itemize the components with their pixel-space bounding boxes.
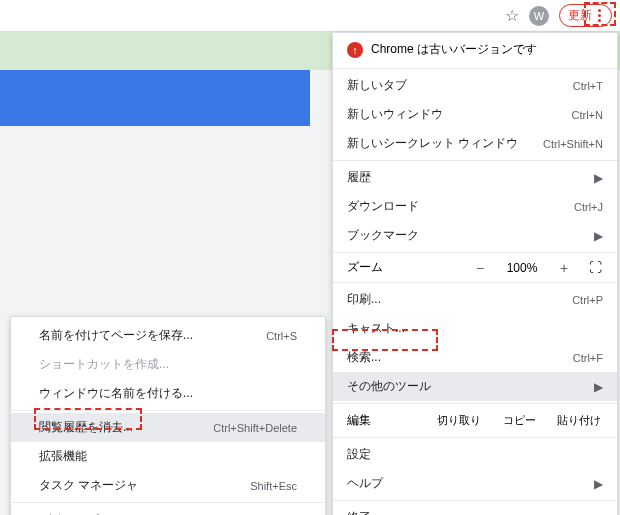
shortcut: Ctrl+Shift+Delete (213, 422, 297, 434)
menu-print[interactable]: 印刷... Ctrl+P (333, 285, 617, 314)
chevron-right-icon: ▶ (594, 380, 603, 394)
status-text: Chrome は古いバージョンです (371, 41, 537, 58)
separator (333, 403, 617, 404)
menu-more-tools[interactable]: その他のツール ▶ (333, 372, 617, 401)
sub-name-window[interactable]: ウィンドウに名前を付ける... (11, 379, 325, 408)
shortcut: Ctrl+J (574, 201, 603, 213)
update-status-row[interactable]: ↑ Chrome は古いバージョンです (333, 33, 617, 66)
highlight-more-tools (332, 329, 438, 351)
shortcut: Ctrl+N (572, 109, 603, 121)
label: 拡張機能 (39, 448, 87, 465)
copy-button[interactable]: コピー (489, 413, 549, 428)
menu-help[interactable]: ヘルプ ▶ (333, 469, 617, 498)
label: 新しいシークレット ウィンドウ (347, 135, 518, 152)
sub-task-manager[interactable]: タスク マネージャ Shift+Esc (11, 471, 325, 500)
chrome-menu: ↑ Chrome は古いバージョンです 新しいタブ Ctrl+T 新しいウィンド… (332, 32, 618, 515)
shortcut: Ctrl+T (573, 80, 603, 92)
fullscreen-icon[interactable]: ⛶ (581, 260, 609, 275)
menu-history[interactable]: 履歴 ▶ (333, 163, 617, 192)
label: 編集 (347, 412, 429, 429)
menu-bookmarks[interactable]: ブックマーク ▶ (333, 221, 617, 250)
label: ヘルプ (347, 475, 383, 492)
update-alert-icon: ↑ (347, 42, 363, 58)
label: 新しいタブ (347, 77, 407, 94)
label: ダウンロード (347, 198, 419, 215)
chevron-right-icon: ▶ (594, 171, 603, 185)
menu-new-window[interactable]: 新しいウィンドウ Ctrl+N (333, 100, 617, 129)
separator (333, 282, 617, 283)
menu-exit[interactable]: 終了 (333, 503, 617, 515)
avatar-letter: W (534, 10, 544, 22)
menu-settings[interactable]: 設定 (333, 440, 617, 469)
label: タスク マネージャ (39, 477, 138, 494)
shortcut: Shift+Esc (250, 480, 297, 492)
label: 新しいウィンドウ (347, 106, 443, 123)
label: ウィンドウに名前を付ける... (39, 385, 193, 402)
menu-new-incognito[interactable]: 新しいシークレット ウィンドウ Ctrl+Shift+N (333, 129, 617, 158)
label: デベロッパー ツール (39, 511, 150, 515)
label: 名前を付けてページを保存... (39, 327, 193, 344)
separator (333, 500, 617, 501)
sub-create-shortcut[interactable]: ショートカットを作成... (11, 350, 325, 379)
page-header-bg (0, 70, 310, 126)
sub-dev-tools[interactable]: デベロッパー ツール Ctrl+Shift+I (11, 505, 325, 515)
label: 検索... (347, 349, 381, 366)
zoom-in-button[interactable]: + (547, 260, 581, 276)
sub-save-page[interactable]: 名前を付けてページを保存... Ctrl+S (11, 321, 325, 350)
label: ショートカットを作成... (39, 356, 169, 373)
zoom-value: 100% (497, 261, 547, 275)
shortcut: Ctrl+P (572, 294, 603, 306)
highlight-clear-browsing (34, 408, 142, 430)
menu-edit-row: 編集 切り取り コピー 貼り付け (333, 406, 617, 435)
toolbar: ☆ W 更新 (0, 0, 620, 32)
menu-downloads[interactable]: ダウンロード Ctrl+J (333, 192, 617, 221)
separator (333, 252, 617, 253)
zoom-out-button[interactable]: − (463, 260, 497, 276)
separator (11, 502, 325, 503)
shortcut: Ctrl+F (573, 352, 603, 364)
highlight-menu-button (584, 2, 616, 26)
separator (333, 160, 617, 161)
menu-new-tab[interactable]: 新しいタブ Ctrl+T (333, 71, 617, 100)
separator (333, 437, 617, 438)
label: 履歴 (347, 169, 371, 186)
cut-button[interactable]: 切り取り (429, 413, 489, 428)
sub-extensions[interactable]: 拡張機能 (11, 442, 325, 471)
menu-zoom: ズーム − 100% + ⛶ (333, 255, 617, 280)
shortcut: Ctrl+Shift+N (543, 138, 603, 150)
star-icon[interactable]: ☆ (505, 6, 519, 25)
chevron-right-icon: ▶ (594, 477, 603, 491)
label: 設定 (347, 446, 371, 463)
paste-button[interactable]: 貼り付け (549, 413, 609, 428)
separator (333, 68, 617, 69)
label: 印刷... (347, 291, 381, 308)
label: ブックマーク (347, 227, 419, 244)
chevron-right-icon: ▶ (594, 229, 603, 243)
label: ズーム (347, 259, 463, 276)
label: その他のツール (347, 378, 431, 395)
shortcut: Ctrl+S (266, 330, 297, 342)
label: 終了 (347, 509, 371, 515)
profile-avatar[interactable]: W (529, 6, 549, 26)
